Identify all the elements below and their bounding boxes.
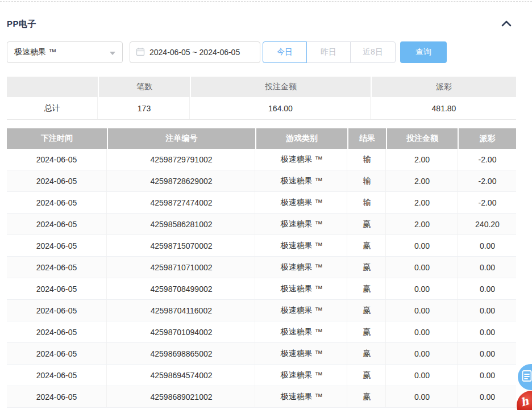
cell-payout: 0.00 xyxy=(459,386,516,407)
summary-total-row: 总计 173 164.00 481.80 xyxy=(7,97,516,120)
cell-payout: 240.20 xyxy=(459,214,516,235)
cell-game: 极速糖果 ™ xyxy=(256,343,347,364)
bets-header-result: 结果 xyxy=(348,128,386,149)
cell-result: 赢 xyxy=(348,235,386,256)
cell-game: 极速糖果 ™ xyxy=(256,170,347,191)
cell-order-no: 42598698865002 xyxy=(108,343,255,364)
cell-payout: 0.00 xyxy=(459,321,516,342)
table-row: 2024-06-05 42598715070002 极速糖果 ™ 赢 0.00 … xyxy=(7,235,516,257)
caret-down-icon xyxy=(110,52,115,55)
cell-payout: -2.00 xyxy=(459,149,516,170)
table-row: 2024-06-05 42598708499002 极速糖果 ™ 赢 0.00 … xyxy=(7,278,516,300)
cell-order-no: 42598727474002 xyxy=(108,192,255,213)
cell-result: 赢 xyxy=(348,214,386,235)
cell-game: 极速糖果 ™ xyxy=(256,192,347,213)
cell-game: 极速糖果 ™ xyxy=(256,386,347,407)
date-range-value: 2024-06-05 ~ 2024-06-05 xyxy=(149,48,240,57)
cell-order-no: 42598710710002 xyxy=(108,257,255,278)
cell-payout: 0.00 xyxy=(459,257,516,278)
cell-result: 赢 xyxy=(348,365,386,386)
quick-range-group: 今日 昨日 近8日 xyxy=(263,41,396,63)
chevron-up-icon xyxy=(501,19,512,29)
bets-header-order-no: 注单编号 xyxy=(108,128,255,149)
cell-bet-time: 2024-06-05 xyxy=(7,386,107,407)
help-icon: h xyxy=(519,394,530,408)
cell-order-no: 42598728629002 xyxy=(108,170,255,191)
game-select[interactable]: 极速糖果 ™ xyxy=(7,41,123,63)
cell-bet-time: 2024-06-05 xyxy=(7,278,107,299)
table-row: 2024-06-05 42598704116002 极速糖果 ™ 赢 0.00 … xyxy=(7,300,516,321)
summary-table: 笔数 投注金额 派彩 总计 173 164.00 481.80 xyxy=(7,77,516,120)
table-row: 2024-06-05 42598728629002 极速糖果 ™ 输 2.00 … xyxy=(7,170,516,192)
collapse-panel-button[interactable] xyxy=(500,18,513,30)
summary-total-payout: 481.80 xyxy=(372,97,516,119)
cell-order-no: 42598586281002 xyxy=(108,214,255,235)
cell-order-no: 42598704116002 xyxy=(108,300,255,321)
cell-bet-time: 2024-06-05 xyxy=(7,214,107,235)
help-floating-button[interactable]: h xyxy=(517,391,532,410)
cell-bet-time: 2024-06-05 xyxy=(7,321,107,342)
cell-game: 极速糖果 ™ xyxy=(256,300,347,321)
cell-bet-amount: 0.00 xyxy=(387,321,458,342)
cell-result: 赢 xyxy=(348,343,386,364)
cell-order-no: 42598708499002 xyxy=(108,278,255,299)
cell-game: 极速糖果 ™ xyxy=(256,278,347,299)
cell-payout: 0.00 xyxy=(459,235,516,256)
quick-range-yesterday-button[interactable]: 昨日 xyxy=(306,41,351,63)
summary-total-label: 总计 xyxy=(7,97,98,119)
table-row: 2024-06-05 42598694574002 极速糖果 ™ 赢 0.00 … xyxy=(7,365,516,386)
cell-result: 赢 xyxy=(348,278,386,299)
cell-order-no: 42598689021002 xyxy=(108,386,255,407)
cell-bet-amount: 2.00 xyxy=(387,192,458,213)
top-dashed-divider xyxy=(0,1,532,2)
query-button[interactable]: 查询 xyxy=(400,41,447,63)
cell-result: 输 xyxy=(348,192,386,213)
summary-header-payout: 派彩 xyxy=(372,77,516,97)
cell-payout: 0.00 xyxy=(459,343,516,364)
cell-payout: 0.00 xyxy=(459,365,516,386)
quick-range-last8days-button[interactable]: 近8日 xyxy=(350,41,396,63)
panel-header: PP电子 xyxy=(7,17,513,31)
cell-game: 极速糖果 ™ xyxy=(256,214,347,235)
quick-range-today-button[interactable]: 今日 xyxy=(263,41,307,63)
cell-bet-time: 2024-06-05 xyxy=(7,170,107,191)
cell-game: 极速糖果 ™ xyxy=(256,257,347,278)
cell-order-no: 42598694574002 xyxy=(108,365,255,386)
summary-header-blank xyxy=(7,77,98,97)
bets-header-time: 下注时间 xyxy=(7,128,107,149)
cell-bet-time: 2024-06-05 xyxy=(7,365,107,386)
cell-bet-amount: 0.00 xyxy=(387,365,458,386)
cell-result: 赢 xyxy=(348,257,386,278)
summary-total-count: 173 xyxy=(99,97,190,119)
table-row: 2024-06-05 42598689021002 极速糖果 ™ 赢 0.00 … xyxy=(7,386,516,408)
summary-header-bet-amount: 投注金额 xyxy=(191,77,371,97)
cell-game: 极速糖果 ™ xyxy=(256,149,347,170)
cell-result: 输 xyxy=(348,170,386,191)
bets-header-game: 游戏类别 xyxy=(256,128,347,149)
table-row: 2024-06-05 42598586281002 极速糖果 ™ 赢 2.00 … xyxy=(7,214,516,235)
bets-header-bet-amount: 投注金额 xyxy=(387,128,458,149)
bets-table: 下注时间 注单编号 游戏类别 结果 投注金额 派彩 2024-06-05 425… xyxy=(7,128,516,408)
table-row: 2024-06-05 42598727474002 极速糖果 ™ 输 2.00 … xyxy=(7,192,516,214)
form-icon xyxy=(522,370,532,384)
report-page: PP电子 极速糖果 ™ 2024-06-05 ~ 2024-06-05 今日 xyxy=(0,0,532,410)
cell-bet-amount: 2.00 xyxy=(387,214,458,235)
cell-bet-time: 2024-06-05 xyxy=(7,300,107,321)
summary-header-count: 笔数 xyxy=(99,77,190,97)
cell-result: 赢 xyxy=(348,300,386,321)
calendar-icon xyxy=(136,47,149,58)
table-row: 2024-06-05 42598729791002 极速糖果 ™ 输 2.00 … xyxy=(7,149,516,170)
cell-bet-amount: 0.00 xyxy=(387,343,458,364)
cell-payout: -2.00 xyxy=(459,170,516,191)
cell-game: 极速糖果 ™ xyxy=(256,235,347,256)
cell-result: 赢 xyxy=(348,321,386,342)
date-range-input[interactable]: 2024-06-05 ~ 2024-06-05 xyxy=(130,41,260,63)
cell-game: 极速糖果 ™ xyxy=(256,365,347,386)
cell-order-no: 42598715070002 xyxy=(108,235,255,256)
cell-result: 赢 xyxy=(348,386,386,407)
table-row: 2024-06-05 42598710710002 极速糖果 ™ 赢 0.00 … xyxy=(7,257,516,278)
cell-bet-amount: 2.00 xyxy=(387,149,458,170)
feedback-floating-button[interactable] xyxy=(518,364,532,390)
cell-payout: 0.00 xyxy=(459,300,516,321)
cell-bet-time: 2024-06-05 xyxy=(7,343,107,364)
